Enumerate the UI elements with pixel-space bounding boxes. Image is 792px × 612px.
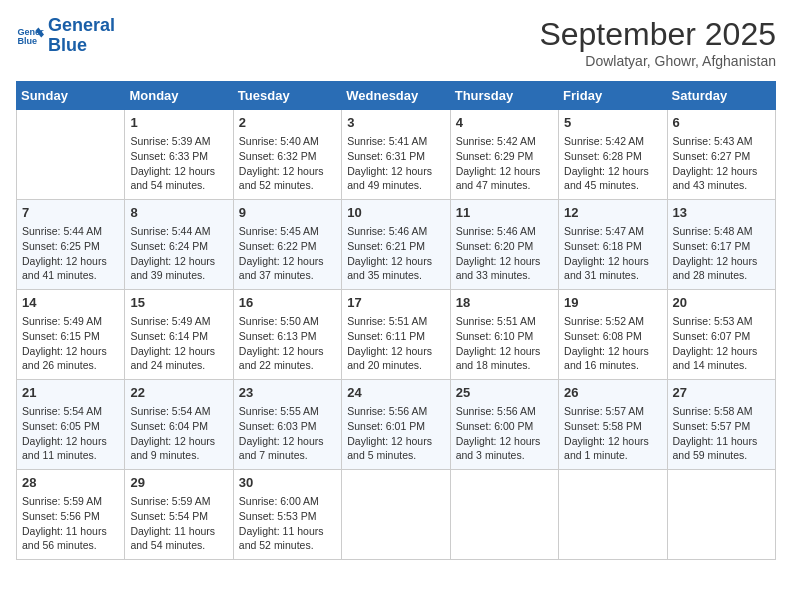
day-info: Sunrise: 5:41 AM Sunset: 6:31 PM Dayligh… — [347, 134, 444, 193]
weekday-header: Tuesday — [233, 82, 341, 110]
calendar-cell: 17Sunrise: 5:51 AM Sunset: 6:11 PM Dayli… — [342, 290, 450, 380]
calendar-cell: 19Sunrise: 5:52 AM Sunset: 6:08 PM Dayli… — [559, 290, 667, 380]
day-info: Sunrise: 5:42 AM Sunset: 6:28 PM Dayligh… — [564, 134, 661, 193]
day-info: Sunrise: 5:46 AM Sunset: 6:21 PM Dayligh… — [347, 224, 444, 283]
weekday-header: Saturday — [667, 82, 775, 110]
day-number: 22 — [130, 384, 227, 402]
calendar-week-row: 1Sunrise: 5:39 AM Sunset: 6:33 PM Daylig… — [17, 110, 776, 200]
day-info: Sunrise: 5:39 AM Sunset: 6:33 PM Dayligh… — [130, 134, 227, 193]
calendar-cell: 28Sunrise: 5:59 AM Sunset: 5:56 PM Dayli… — [17, 470, 125, 560]
day-number: 8 — [130, 204, 227, 222]
day-info: Sunrise: 5:58 AM Sunset: 5:57 PM Dayligh… — [673, 404, 770, 463]
day-number: 2 — [239, 114, 336, 132]
calendar-cell: 10Sunrise: 5:46 AM Sunset: 6:21 PM Dayli… — [342, 200, 450, 290]
day-info: Sunrise: 5:44 AM Sunset: 6:25 PM Dayligh… — [22, 224, 119, 283]
weekday-header-row: SundayMondayTuesdayWednesdayThursdayFrid… — [17, 82, 776, 110]
day-number: 4 — [456, 114, 553, 132]
calendar-cell: 22Sunrise: 5:54 AM Sunset: 6:04 PM Dayli… — [125, 380, 233, 470]
day-number: 29 — [130, 474, 227, 492]
calendar-cell: 5Sunrise: 5:42 AM Sunset: 6:28 PM Daylig… — [559, 110, 667, 200]
day-info: Sunrise: 5:51 AM Sunset: 6:11 PM Dayligh… — [347, 314, 444, 373]
calendar-cell: 13Sunrise: 5:48 AM Sunset: 6:17 PM Dayli… — [667, 200, 775, 290]
weekday-header: Wednesday — [342, 82, 450, 110]
calendar-cell — [342, 470, 450, 560]
day-number: 24 — [347, 384, 444, 402]
day-number: 12 — [564, 204, 661, 222]
month-title: September 2025 — [539, 16, 776, 53]
day-info: Sunrise: 5:54 AM Sunset: 6:04 PM Dayligh… — [130, 404, 227, 463]
calendar-cell: 24Sunrise: 5:56 AM Sunset: 6:01 PM Dayli… — [342, 380, 450, 470]
day-number: 13 — [673, 204, 770, 222]
calendar-cell: 25Sunrise: 5:56 AM Sunset: 6:00 PM Dayli… — [450, 380, 558, 470]
calendar-cell — [667, 470, 775, 560]
calendar-cell: 9Sunrise: 5:45 AM Sunset: 6:22 PM Daylig… — [233, 200, 341, 290]
calendar-cell: 29Sunrise: 5:59 AM Sunset: 5:54 PM Dayli… — [125, 470, 233, 560]
day-info: Sunrise: 5:55 AM Sunset: 6:03 PM Dayligh… — [239, 404, 336, 463]
day-info: Sunrise: 5:42 AM Sunset: 6:29 PM Dayligh… — [456, 134, 553, 193]
day-number: 9 — [239, 204, 336, 222]
calendar-cell: 4Sunrise: 5:42 AM Sunset: 6:29 PM Daylig… — [450, 110, 558, 200]
calendar-cell: 30Sunrise: 6:00 AM Sunset: 5:53 PM Dayli… — [233, 470, 341, 560]
calendar-cell: 11Sunrise: 5:46 AM Sunset: 6:20 PM Dayli… — [450, 200, 558, 290]
calendar-cell: 2Sunrise: 5:40 AM Sunset: 6:32 PM Daylig… — [233, 110, 341, 200]
day-info: Sunrise: 5:59 AM Sunset: 5:56 PM Dayligh… — [22, 494, 119, 553]
day-info: Sunrise: 5:46 AM Sunset: 6:20 PM Dayligh… — [456, 224, 553, 283]
day-number: 11 — [456, 204, 553, 222]
page-header: General Blue General Blue September 2025… — [16, 16, 776, 69]
day-number: 15 — [130, 294, 227, 312]
weekday-header: Monday — [125, 82, 233, 110]
day-number: 20 — [673, 294, 770, 312]
day-number: 16 — [239, 294, 336, 312]
day-number: 21 — [22, 384, 119, 402]
calendar-table: SundayMondayTuesdayWednesdayThursdayFrid… — [16, 81, 776, 560]
day-number: 6 — [673, 114, 770, 132]
calendar-cell: 12Sunrise: 5:47 AM Sunset: 6:18 PM Dayli… — [559, 200, 667, 290]
day-number: 25 — [456, 384, 553, 402]
day-number: 7 — [22, 204, 119, 222]
calendar-cell: 27Sunrise: 5:58 AM Sunset: 5:57 PM Dayli… — [667, 380, 775, 470]
calendar-cell — [17, 110, 125, 200]
title-block: September 2025 Dowlatyar, Ghowr, Afghani… — [539, 16, 776, 69]
day-info: Sunrise: 5:45 AM Sunset: 6:22 PM Dayligh… — [239, 224, 336, 283]
logo-icon: General Blue — [16, 22, 44, 50]
day-number: 14 — [22, 294, 119, 312]
day-number: 28 — [22, 474, 119, 492]
day-number: 10 — [347, 204, 444, 222]
logo-text: General Blue — [48, 16, 115, 56]
location: Dowlatyar, Ghowr, Afghanistan — [539, 53, 776, 69]
calendar-cell — [559, 470, 667, 560]
calendar-cell: 21Sunrise: 5:54 AM Sunset: 6:05 PM Dayli… — [17, 380, 125, 470]
day-number: 1 — [130, 114, 227, 132]
calendar-cell: 20Sunrise: 5:53 AM Sunset: 6:07 PM Dayli… — [667, 290, 775, 380]
calendar-cell: 23Sunrise: 5:55 AM Sunset: 6:03 PM Dayli… — [233, 380, 341, 470]
day-info: Sunrise: 5:43 AM Sunset: 6:27 PM Dayligh… — [673, 134, 770, 193]
calendar-week-row: 21Sunrise: 5:54 AM Sunset: 6:05 PM Dayli… — [17, 380, 776, 470]
weekday-header: Sunday — [17, 82, 125, 110]
day-info: Sunrise: 5:54 AM Sunset: 6:05 PM Dayligh… — [22, 404, 119, 463]
day-number: 27 — [673, 384, 770, 402]
day-info: Sunrise: 5:48 AM Sunset: 6:17 PM Dayligh… — [673, 224, 770, 283]
day-info: Sunrise: 5:47 AM Sunset: 6:18 PM Dayligh… — [564, 224, 661, 283]
logo: General Blue General Blue — [16, 16, 115, 56]
calendar-cell — [450, 470, 558, 560]
day-info: Sunrise: 5:53 AM Sunset: 6:07 PM Dayligh… — [673, 314, 770, 373]
calendar-cell: 6Sunrise: 5:43 AM Sunset: 6:27 PM Daylig… — [667, 110, 775, 200]
day-info: Sunrise: 5:49 AM Sunset: 6:14 PM Dayligh… — [130, 314, 227, 373]
day-number: 5 — [564, 114, 661, 132]
day-info: Sunrise: 5:59 AM Sunset: 5:54 PM Dayligh… — [130, 494, 227, 553]
day-info: Sunrise: 5:56 AM Sunset: 6:00 PM Dayligh… — [456, 404, 553, 463]
day-info: Sunrise: 5:52 AM Sunset: 6:08 PM Dayligh… — [564, 314, 661, 373]
day-info: Sunrise: 5:57 AM Sunset: 5:58 PM Dayligh… — [564, 404, 661, 463]
day-number: 3 — [347, 114, 444, 132]
day-info: Sunrise: 5:40 AM Sunset: 6:32 PM Dayligh… — [239, 134, 336, 193]
calendar-cell: 8Sunrise: 5:44 AM Sunset: 6:24 PM Daylig… — [125, 200, 233, 290]
calendar-cell: 7Sunrise: 5:44 AM Sunset: 6:25 PM Daylig… — [17, 200, 125, 290]
svg-text:Blue: Blue — [17, 36, 37, 46]
calendar-cell: 26Sunrise: 5:57 AM Sunset: 5:58 PM Dayli… — [559, 380, 667, 470]
calendar-cell: 3Sunrise: 5:41 AM Sunset: 6:31 PM Daylig… — [342, 110, 450, 200]
day-info: Sunrise: 5:51 AM Sunset: 6:10 PM Dayligh… — [456, 314, 553, 373]
calendar-week-row: 7Sunrise: 5:44 AM Sunset: 6:25 PM Daylig… — [17, 200, 776, 290]
day-info: Sunrise: 6:00 AM Sunset: 5:53 PM Dayligh… — [239, 494, 336, 553]
calendar-cell: 16Sunrise: 5:50 AM Sunset: 6:13 PM Dayli… — [233, 290, 341, 380]
day-number: 30 — [239, 474, 336, 492]
